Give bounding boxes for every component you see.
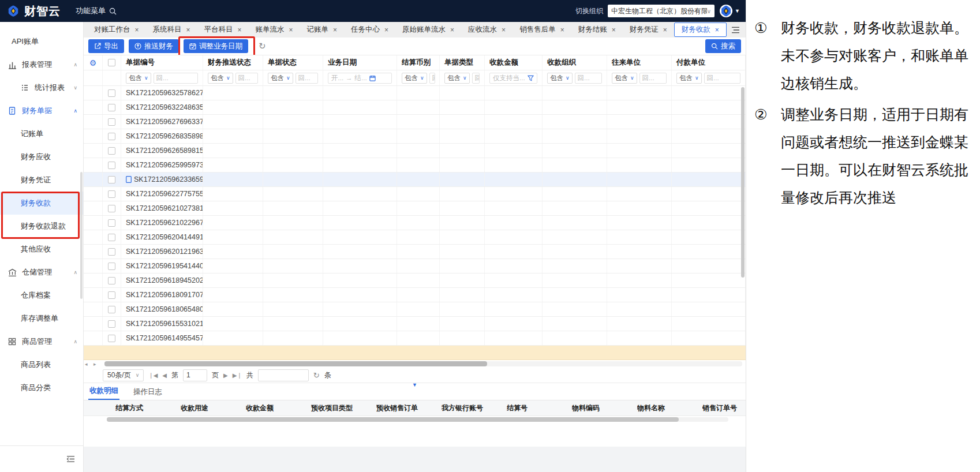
tab-应收流水[interactable]: 应收流水× bbox=[461, 23, 513, 36]
tab-原始账单流水[interactable]: 原始账单流水× bbox=[395, 23, 461, 36]
filter-operator-select[interactable]: 包含∨ bbox=[444, 73, 470, 84]
table-row[interactable]: SK172120596180917074 bbox=[84, 288, 746, 302]
sidebar-item-财务收款[interactable]: 财务收款 bbox=[0, 192, 83, 215]
tab-财务收款[interactable]: 财务收款× bbox=[674, 23, 727, 37]
filter-operator-select[interactable]: 包含∨ bbox=[268, 73, 293, 84]
tab-close-icon[interactable]: × bbox=[384, 26, 388, 34]
tab-close-icon[interactable]: × bbox=[560, 26, 564, 34]
tab-close-icon[interactable]: × bbox=[333, 26, 337, 34]
table-row[interactable]: SK172120596276963374 bbox=[84, 115, 746, 129]
row-checkbox[interactable] bbox=[108, 306, 115, 313]
table-row[interactable]: SK172120596210273814 bbox=[84, 201, 746, 216]
hscroll-thumb[interactable] bbox=[104, 361, 487, 366]
splitter-handle-icon[interactable]: ▼ bbox=[412, 383, 417, 387]
table-row[interactable]: SK172120596195414409 bbox=[84, 259, 746, 274]
detail-hscroll-thumb[interactable] bbox=[107, 417, 679, 422]
row-checkbox[interactable] bbox=[108, 205, 115, 212]
filter-operator-select[interactable]: 包含∨ bbox=[676, 73, 702, 84]
filter-date-range[interactable]: 开...→结... bbox=[328, 73, 392, 84]
total-count-input[interactable] bbox=[258, 369, 309, 381]
tab-记账单[interactable]: 记账单× bbox=[300, 23, 345, 36]
first-page-icon[interactable]: ❘◀ bbox=[148, 372, 158, 379]
hscroll-arrows-icon[interactable]: ◂ ▸ bbox=[85, 361, 102, 367]
calendar-icon[interactable] bbox=[369, 75, 376, 81]
row-checkbox[interactable] bbox=[108, 147, 115, 155]
detail-tab-操作日志[interactable]: 操作日志 bbox=[132, 387, 163, 400]
row-checkbox[interactable] bbox=[108, 133, 115, 140]
sidebar-item-商品分类[interactable]: 商品分类 bbox=[0, 376, 83, 399]
page-size-select[interactable]: 50条/页 ∨ bbox=[103, 369, 144, 381]
refresh-icon[interactable]: ↻ bbox=[259, 41, 266, 51]
table-row[interactable]: SK172120596201219633 bbox=[84, 245, 746, 259]
row-checkbox[interactable] bbox=[108, 176, 115, 183]
tab-close-icon[interactable]: × bbox=[289, 26, 293, 34]
filter-value-input[interactable]: 回... bbox=[704, 73, 740, 84]
row-checkbox[interactable] bbox=[108, 263, 115, 270]
export-button[interactable]: 导出 bbox=[88, 39, 124, 53]
tab-close-icon[interactable]: × bbox=[135, 26, 139, 34]
sidebar-item-仓库档案[interactable]: 仓库档案 bbox=[0, 284, 83, 307]
filter-value-input[interactable]: 回... bbox=[296, 73, 318, 84]
detail-tab-收款明细[interactable]: 收款明细 bbox=[88, 386, 119, 400]
sidebar-item-财务应收[interactable]: 财务应收 bbox=[0, 145, 83, 168]
filter-operator-select[interactable]: 包含∨ bbox=[402, 73, 427, 84]
row-checkbox[interactable] bbox=[108, 89, 115, 97]
row-checkbox[interactable] bbox=[108, 277, 115, 284]
sidebar-item-仓储管理[interactable]: 仓储管理∧ bbox=[0, 261, 83, 284]
adjust-biz-date-button[interactable]: 调整业务日期 bbox=[184, 39, 248, 53]
select-all-checkbox[interactable] bbox=[108, 59, 115, 66]
table-row[interactable]: SK172120596149554570 bbox=[84, 331, 746, 346]
tab-销售售后单[interactable]: 销售售后单× bbox=[513, 23, 571, 36]
sidebar-item-库存调整单[interactable]: 库存调整单 bbox=[0, 307, 83, 330]
panel-splitter[interactable]: ▼ bbox=[84, 383, 746, 387]
table-row[interactable]: SK172120596180654801 bbox=[84, 302, 746, 317]
tab-close-icon[interactable]: × bbox=[450, 26, 454, 34]
org-select[interactable]: 中宏生物工程（北京）股份有限公... ∨ bbox=[608, 5, 715, 17]
sidebar-scrollbar[interactable] bbox=[80, 172, 83, 299]
row-checkbox[interactable] bbox=[108, 320, 115, 328]
search-button[interactable]: 搜索 bbox=[705, 39, 741, 53]
sidebar-item-财务凭证[interactable]: 财务凭证 bbox=[0, 168, 83, 192]
tab-close-icon[interactable]: × bbox=[663, 26, 667, 34]
page-number-input[interactable]: 1 bbox=[183, 369, 207, 381]
sidebar-item-报表管理[interactable]: 报表管理∧ bbox=[0, 53, 83, 76]
tab-账单流水[interactable]: 账单流水× bbox=[249, 23, 300, 36]
gear-icon[interactable]: ⚙ bbox=[89, 58, 97, 68]
table-row[interactable]: SK172120596325786276 bbox=[84, 86, 746, 100]
filter-value-input[interactable]: 回... bbox=[154, 73, 198, 84]
sidebar-item-API账单[interactable]: API账单 bbox=[0, 30, 83, 53]
reload-count-icon[interactable]: ↻ bbox=[313, 371, 320, 380]
table-row[interactable]: SK172120596259959733 bbox=[84, 158, 746, 173]
table-row[interactable]: SK172120596210229671 bbox=[84, 216, 746, 230]
last-page-icon[interactable]: ▶❘ bbox=[233, 372, 242, 379]
tab-close-icon[interactable]: × bbox=[502, 26, 506, 34]
collapse-sidebar-icon[interactable] bbox=[66, 455, 75, 463]
filter-operator-select[interactable]: 包含∨ bbox=[612, 73, 637, 84]
tab-close-icon[interactable]: × bbox=[715, 26, 719, 34]
table-row[interactable]: SK1721205962336592 bbox=[84, 173, 746, 187]
prev-page-icon[interactable]: ◀ bbox=[162, 372, 167, 379]
filter-value-input[interactable]: 回... bbox=[472, 73, 480, 84]
sidebar-item-商品管理[interactable]: 商品管理∧ bbox=[0, 330, 83, 353]
filter-value-input[interactable]: 回... bbox=[639, 73, 667, 84]
account-menu[interactable]: ▼ bbox=[719, 4, 740, 18]
table-row[interactable]: SK172120596155310216 bbox=[84, 317, 746, 331]
tab-任务中心[interactable]: 任务中心× bbox=[344, 23, 395, 36]
tab-对账工作台[interactable]: 对账工作台× bbox=[87, 23, 146, 36]
linked-doc-icon[interactable] bbox=[126, 176, 132, 183]
sidebar-item-其他应收[interactable]: 其他应收 bbox=[0, 238, 83, 261]
sidebar-item-商品列表[interactable]: 商品列表 bbox=[0, 353, 83, 376]
filter-amount-input[interactable]: 仅支持当... bbox=[489, 73, 537, 84]
row-checkbox[interactable] bbox=[108, 234, 115, 241]
table-row[interactable]: SK172120596265898154 bbox=[84, 144, 746, 158]
row-checkbox[interactable] bbox=[108, 291, 115, 299]
next-page-icon[interactable]: ▶ bbox=[223, 372, 228, 379]
row-checkbox[interactable] bbox=[108, 104, 115, 111]
filter-operator-select[interactable]: 包含∨ bbox=[208, 73, 233, 84]
row-checkbox[interactable] bbox=[108, 248, 115, 256]
row-checkbox[interactable] bbox=[108, 219, 115, 227]
filter-value-input[interactable]: 回... bbox=[575, 73, 602, 84]
row-checkbox[interactable] bbox=[108, 190, 115, 198]
push-finance-button[interactable]: 推送财务 bbox=[129, 39, 179, 53]
tab-close-icon[interactable]: × bbox=[186, 26, 190, 34]
